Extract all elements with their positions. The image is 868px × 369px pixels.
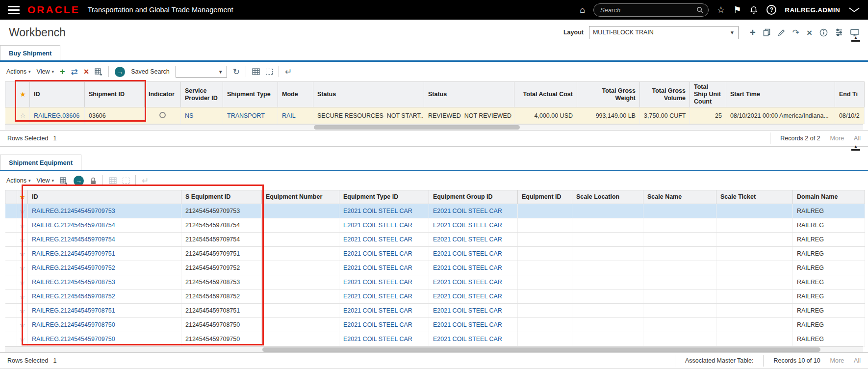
equipment-type-id-cell[interactable]: E2021 COIL STEEL CAR [339,304,429,318]
go-icon[interactable]: → [74,176,84,186]
equipment-row[interactable]: ☆RAILREG.2124545459708751212454545970875… [5,304,865,318]
col-shipment-id[interactable]: Shipment ID [85,82,145,107]
row-star-icon[interactable]: ☆ [17,332,28,346]
col-scale-name[interactable]: Scale Name [643,190,716,204]
view-menu[interactable]: View▾ [37,68,54,75]
equipment-group-id-cell[interactable]: E2021 COIL STEEL CAR [429,261,518,275]
equipment-id-link-link[interactable]: RAILREG.2124545459709751 [32,250,115,257]
row-star-icon[interactable]: ☆ [17,318,28,332]
equipment-id-link-link[interactable]: RAILREG.2124545459708752 [32,293,115,300]
equipment-type-id-link[interactable]: E2021 COIL STEEL CAR [343,264,412,271]
col-equipment-id[interactable]: Equipment ID [518,190,572,204]
col-equipment-type-id[interactable]: Equipment Type ID [339,190,429,204]
favorite-star-icon[interactable]: ★ [17,190,28,204]
equipment-id-link-link[interactable]: RAILREG.2124545459708751 [32,307,115,314]
equipment-group-id-cell[interactable]: E2021 COIL STEEL CAR [429,318,518,332]
col-id[interactable]: ID [28,190,181,204]
equipment-group-id-link[interactable]: E2021 COIL STEEL CAR [433,336,502,343]
equipment-id-link-cell[interactable]: RAILREG.2124545459709751 [28,247,181,261]
notifications-bell-icon[interactable] [749,5,758,15]
col-shipment-type[interactable]: Shipment Type [223,82,278,107]
equipment-type-id-link[interactable]: E2021 COIL STEEL CAR [343,293,412,300]
view-menu[interactable]: View▾ [37,177,54,184]
equipment-group-id-link[interactable]: E2021 COIL STEEL CAR [433,307,502,314]
equipment-group-id-link[interactable]: E2021 COIL STEEL CAR [433,236,502,243]
col-service-provider-id[interactable]: Service Provider ID [181,82,223,107]
col-end-time[interactable]: End Ti [835,82,865,107]
favorites-icon[interactable]: ☆ [717,5,725,14]
grid-edit-icon[interactable] [95,68,102,76]
equipment-id-link-link[interactable]: RAILREG.2124545459709754 [32,236,115,243]
equipment-type-id-link[interactable]: E2021 COIL STEEL CAR [343,321,412,328]
equipment-type-id-link[interactable]: E2021 COIL STEEL CAR [343,222,412,229]
equipment-group-id-cell[interactable]: E2021 COIL STEEL CAR [429,233,518,247]
equipment-group-id-cell[interactable]: E2021 COIL STEEL CAR [429,290,518,304]
equipment-id-link-cell[interactable]: RAILREG.2124545459708752 [28,290,181,304]
equipment-row[interactable]: ☆RAILREG.2124545459708752212454545970875… [5,290,865,304]
shipment-id-cell[interactable]: RAILREG.03606 [30,107,85,124]
col-domain-name[interactable]: Domain Name [793,190,865,204]
add-icon[interactable]: + [60,67,65,76]
equipment-id-link-link[interactable]: RAILREG.2124545459708753 [32,279,115,286]
equipment-group-id-cell[interactable]: E2021 COIL STEEL CAR [429,304,518,318]
close-layout-icon[interactable]: × [807,28,812,37]
equipment-type-id-link[interactable]: E2021 COIL STEEL CAR [343,279,412,286]
equipment-group-id-link[interactable]: E2021 COIL STEEL CAR [433,321,502,328]
favorite-star-icon[interactable]: ★ [16,82,30,107]
col-mode[interactable]: Mode [278,82,313,107]
mode-cell[interactable]: RAIL [278,107,313,124]
equipment-type-id-cell[interactable]: E2021 COIL STEEL CAR [339,204,429,218]
row-star-icon[interactable]: ☆ [17,261,28,275]
equipment-group-id-cell[interactable]: E2021 COIL STEEL CAR [429,218,518,233]
col-status-1[interactable]: Status [313,82,424,107]
user-menu-chevron-icon[interactable] [848,7,860,13]
equipment-group-id-link[interactable]: E2021 COIL STEEL CAR [433,279,502,286]
tab-buy-shipment[interactable]: Buy Shipment [0,45,60,60]
help-icon[interactable]: ? [766,5,776,15]
more-link[interactable]: More [830,357,844,364]
col-indicator[interactable]: Indicator [145,82,181,107]
table-icon[interactable] [109,177,117,184]
flag-icon[interactable]: ⚑ [733,5,741,14]
grid-edit-icon[interactable] [60,177,68,184]
shipment-type-cell[interactable]: TRANSPORT [223,107,278,124]
equipment-row[interactable]: ☆RAILREG.2124545459708753212454545970875… [5,275,865,290]
equipment-id-link-link[interactable]: RAILREG.2124545459709753 [32,208,115,214]
equipment-type-id-cell[interactable]: E2021 COIL STEEL CAR [339,290,429,304]
edit-layout-icon[interactable] [778,29,785,36]
row-star-icon[interactable]: ☆ [17,247,28,261]
mode-link[interactable]: RAIL [282,112,296,119]
equipment-id-link-link[interactable]: RAILREG.2124545459708754 [32,222,115,229]
col-start-time[interactable]: Start Time [726,82,835,107]
row-star-icon[interactable]: ☆ [17,290,28,304]
lock-icon[interactable] [90,177,97,184]
row-star-icon[interactable]: ☆ [16,107,30,124]
equipment-type-id-cell[interactable]: E2021 COIL STEEL CAR [339,233,429,247]
col-scale-ticket[interactable]: Scale Ticket [716,190,793,204]
equipment-row[interactable]: ☆RAILREG.2124545459709754212454545970975… [5,233,865,247]
equipment-type-id-cell[interactable]: E2021 COIL STEEL CAR [339,247,429,261]
menu-icon[interactable] [8,4,20,16]
equipment-id-link-cell[interactable]: RAILREG.2124545459708751 [28,304,181,318]
layout-select[interactable]: MULTI-BLOCK TRAIN ▼ [589,26,739,39]
horizontal-scrollbar[interactable] [5,346,863,352]
equipment-group-id-link[interactable]: E2021 COIL STEEL CAR [433,250,502,257]
equipment-group-id-link[interactable]: E2021 COIL STEEL CAR [433,264,502,271]
username[interactable]: RAILREG.ADMIN [785,6,840,14]
scrollbar-thumb[interactable] [262,347,820,352]
col-equipment-group-id[interactable]: Equipment Group ID [429,190,518,204]
equipment-type-id-cell[interactable]: E2021 COIL STEEL CAR [339,318,429,332]
equipment-type-id-link[interactable]: E2021 COIL STEEL CAR [343,336,412,343]
equipment-type-id-cell[interactable]: E2021 COIL STEEL CAR [339,261,429,275]
row-star-icon[interactable]: ☆ [17,218,28,233]
collapse-panel-icon[interactable]: ▲ [851,35,860,42]
shipment-type-link[interactable]: TRANSPORT [227,112,265,119]
equipment-group-id-link[interactable]: E2021 COIL STEEL CAR [433,208,502,214]
row-star-icon[interactable]: ☆ [17,204,28,218]
return-arrow-icon[interactable]: ↵ [285,68,292,76]
col-total-ship-unit-count[interactable]: Total Ship Unit Count [690,82,726,107]
col-equipment-number[interactable]: Equipment Number [262,190,339,204]
tab-shipment-equipment[interactable]: Shipment Equipment [0,155,81,170]
equipment-type-id-link[interactable]: E2021 COIL STEEL CAR [343,208,412,214]
service-provider-link[interactable]: NS [185,112,193,119]
